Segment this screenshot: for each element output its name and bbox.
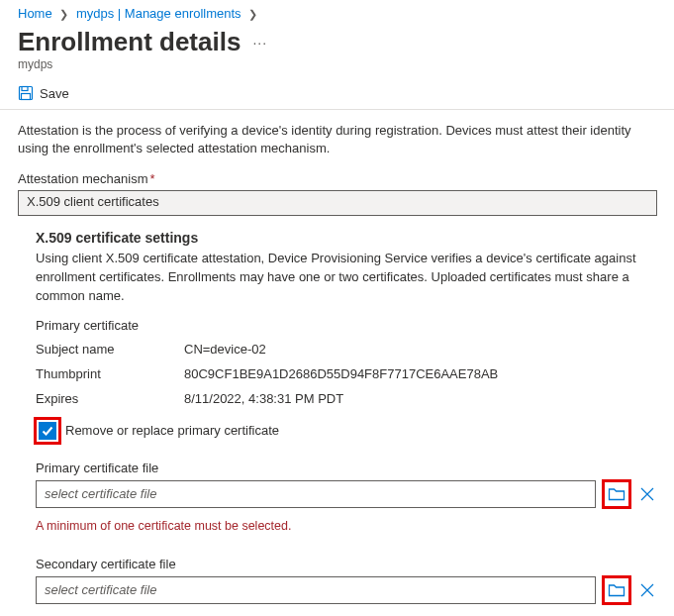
primary-file-input[interactable]: select certificate file bbox=[36, 480, 596, 508]
save-button[interactable]: Save bbox=[0, 79, 674, 109]
validation-error: A minimum of one certificate must be sel… bbox=[36, 519, 657, 533]
clear-button[interactable] bbox=[637, 580, 657, 600]
breadcrumb-item[interactable]: mydps | Manage enrollments bbox=[76, 6, 241, 21]
folder-icon bbox=[608, 486, 626, 502]
expires-value: 8/11/2022, 4:38:31 PM PDT bbox=[184, 391, 657, 406]
highlight-box bbox=[602, 479, 631, 509]
highlight-box bbox=[34, 417, 61, 445]
chevron-right-icon: ❯ bbox=[55, 8, 72, 20]
subject-name-value: CN=device-02 bbox=[184, 342, 657, 357]
thumbprint-label: Thumbprint bbox=[36, 366, 184, 381]
close-icon bbox=[639, 486, 655, 502]
primary-cert-heading: Primary certificate bbox=[36, 318, 657, 333]
attestation-description: Attestation is the process of verifying … bbox=[18, 122, 656, 157]
subject-name-label: Subject name bbox=[36, 342, 184, 357]
highlight-box bbox=[602, 575, 631, 605]
page-subtitle: mydps bbox=[0, 57, 674, 79]
clear-button[interactable] bbox=[637, 484, 657, 504]
secondary-file-label: Secondary certificate file bbox=[36, 557, 657, 571]
more-button[interactable]: ··· bbox=[252, 35, 267, 51]
browse-button[interactable] bbox=[606, 579, 627, 601]
svg-rect-2 bbox=[22, 94, 31, 100]
primary-file-label: Primary certificate file bbox=[36, 461, 657, 475]
folder-icon bbox=[608, 582, 626, 598]
attestation-select[interactable]: X.509 client certificates bbox=[18, 190, 657, 216]
svg-rect-1 bbox=[22, 87, 28, 91]
page-title: Enrollment details bbox=[18, 27, 241, 57]
settings-heading: X.509 certificate settings bbox=[36, 230, 657, 246]
browse-button[interactable] bbox=[606, 483, 627, 505]
chevron-right-icon: ❯ bbox=[244, 8, 261, 20]
attestation-label: Attestation mechanism* bbox=[18, 171, 656, 186]
settings-description: Using client X.509 certificate attestati… bbox=[36, 250, 657, 306]
breadcrumb: Home ❯ mydps | Manage enrollments ❯ bbox=[0, 0, 674, 23]
breadcrumb-home[interactable]: Home bbox=[18, 6, 52, 21]
remove-replace-checkbox[interactable] bbox=[39, 422, 56, 440]
expires-label: Expires bbox=[36, 391, 184, 406]
save-icon bbox=[18, 85, 34, 101]
secondary-file-input[interactable]: select certificate file bbox=[36, 576, 596, 604]
save-label: Save bbox=[40, 86, 69, 101]
check-icon bbox=[41, 424, 54, 438]
thumbprint-value: 80C9CF1BE9A1D2686D55D94F8F7717CE6AAE78AB bbox=[184, 366, 657, 381]
remove-replace-label: Remove or replace primary certificate bbox=[65, 423, 279, 438]
close-icon bbox=[639, 582, 655, 598]
